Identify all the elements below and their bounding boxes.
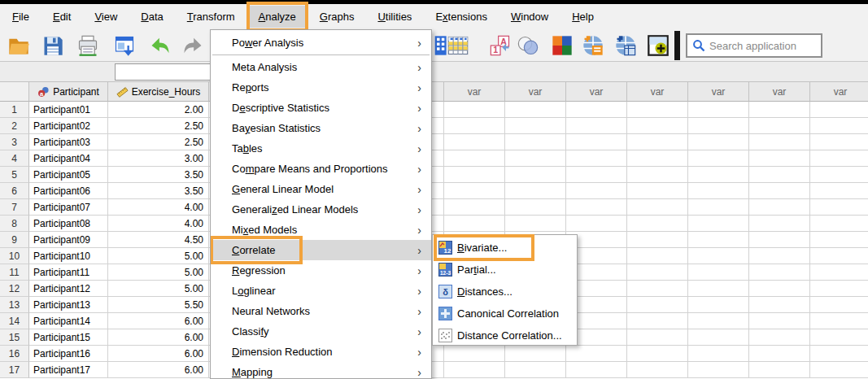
cell-participant[interactable]: Participant07 [29,199,108,216]
cell-participant[interactable]: Participant02 [29,118,108,134]
menubar-item-utilities[interactable]: Utilities [369,6,421,28]
cell-empty[interactable] [627,362,688,378]
cell-empty[interactable] [627,313,688,329]
cell-empty[interactable] [566,167,627,183]
cell-exercise-hours[interactable]: 4.50 [108,232,209,248]
row-number[interactable]: 8 [0,216,29,232]
menu-item-neural-networks[interactable]: Neural Networks› [211,301,431,321]
cell-participant[interactable]: Participant15 [29,329,108,346]
column-header-var[interactable]: var [444,81,505,102]
cell-empty[interactable] [688,134,749,150]
cell-participant[interactable]: Participant06 [29,183,108,199]
row-number[interactable]: 1 [0,102,29,118]
cell-empty[interactable] [688,150,749,167]
cell-participant[interactable]: Participant17 [29,362,108,378]
cell-participant[interactable]: Participant08 [29,216,108,232]
cell-empty[interactable] [566,362,627,378]
cell-empty[interactable] [688,102,749,118]
cell-empty[interactable] [688,167,749,183]
menubar-item-extensions[interactable]: Extensions [426,6,496,28]
menu-item-classify[interactable]: Classify› [211,321,431,342]
search-application-box[interactable]: Search application [686,33,822,58]
row-number[interactable]: 16 [0,346,29,362]
row-number[interactable]: 13 [0,297,29,313]
web-table-icon[interactable] [613,33,638,58]
cell-empty[interactable] [566,199,627,216]
cell-empty[interactable] [566,102,627,118]
row-number[interactable]: 12 [0,281,29,297]
cell-empty[interactable] [749,167,810,183]
cell-empty[interactable] [566,346,627,362]
cell-empty[interactable] [566,216,627,232]
cell-empty[interactable] [749,362,810,378]
redo-icon[interactable] [181,33,205,58]
cell-empty[interactable] [444,362,505,378]
cell-empty[interactable] [749,248,810,264]
cell-participant[interactable]: Participant16 [29,346,108,362]
cell-empty[interactable] [444,183,505,199]
cell-participant[interactable]: Participant14 [29,313,108,329]
column-header-var[interactable]: var [749,81,810,102]
column-header-var[interactable]: var [566,81,627,102]
column-header-participant[interactable]: aParticipant [29,81,108,102]
cell-empty[interactable] [627,264,688,281]
cell-participant[interactable]: Participant03 [29,134,108,150]
cell-empty[interactable] [749,216,810,232]
row-number[interactable]: 5 [0,167,29,183]
add-custom-icon[interactable] [646,33,670,58]
cell-empty[interactable] [688,264,749,281]
cell-participant[interactable]: Participant09 [29,232,108,248]
cell-exercise-hours[interactable]: 4.00 [108,199,209,216]
submenu-item-canonical-correlation[interactable]: Canonical Correlation [433,303,577,325]
cell-empty[interactable] [505,346,566,362]
menu-item-mixed-models[interactable]: Mixed Models› [211,220,431,240]
cell-empty[interactable] [627,248,688,264]
cell-exercise-hours[interactable]: 4.00 [108,216,209,232]
cell-empty[interactable] [505,102,566,118]
cell-empty[interactable] [505,216,566,232]
menu-item-mapping[interactable]: Mapping› [211,362,431,379]
cell-participant[interactable]: Participant04 [29,150,108,167]
menubar-item-help[interactable]: Help [563,6,603,28]
cell-participant[interactable]: Participant13 [29,297,108,313]
cell-empty[interactable] [627,329,688,346]
cell-empty[interactable] [627,346,688,362]
cell-empty[interactable] [810,183,868,199]
cell-empty[interactable] [749,264,810,281]
cell-empty[interactable] [444,216,505,232]
cell-exercise-hours[interactable]: 3.00 [108,150,209,167]
cell-empty[interactable] [505,118,566,134]
recall-dialogs-icon[interactable] [112,33,137,58]
cell-empty[interactable] [627,150,688,167]
menu-item-generalized-linear-models[interactable]: Generalized Linear Models› [211,199,431,220]
cell-empty[interactable] [688,248,749,264]
cell-exercise-hours[interactable]: 6.00 [108,346,209,362]
cell-participant[interactable]: Participant12 [29,281,108,297]
menu-item-general-linear-model[interactable]: General Linear Model› [211,179,431,199]
cell-empty[interactable] [810,199,868,216]
cell-empty[interactable] [688,313,749,329]
cell-empty[interactable] [749,297,810,313]
cell-empty[interactable] [505,183,566,199]
cell-participant[interactable]: Participant01 [29,102,108,118]
cell-exercise-hours[interactable]: 5.00 [108,281,209,297]
cell-empty[interactable] [688,232,749,248]
cell-participant[interactable]: Participant05 [29,167,108,183]
cell-empty[interactable] [627,281,688,297]
value-labels-table-icon[interactable] [446,33,470,58]
cell-empty[interactable] [566,134,627,150]
cell-empty[interactable] [505,134,566,150]
cell-empty[interactable] [810,102,868,118]
cell-exercise-hours[interactable]: 3.50 [108,183,209,199]
cell-empty[interactable] [444,134,505,150]
cell-empty[interactable] [627,183,688,199]
cell-exercise-hours[interactable]: 2.50 [108,134,209,150]
menu-item-compare-means-and-proportions[interactable]: Compare Means and Proportions› [211,159,431,179]
column-header-var[interactable]: var [688,81,749,102]
cell-participant[interactable]: Participant10 [29,248,108,264]
menu-item-meta-analysis[interactable]: Meta Analysis› [211,57,431,77]
cell-empty[interactable] [749,313,810,329]
row-number[interactable]: 9 [0,232,29,248]
cell-empty[interactable] [810,313,868,329]
cell-empty[interactable] [444,150,505,167]
